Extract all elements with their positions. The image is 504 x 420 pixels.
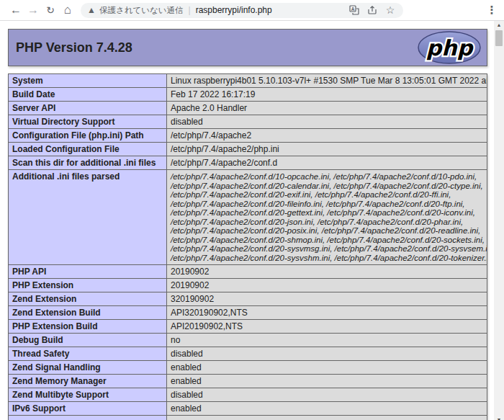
info-table-body: SystemLinux raspberrypi4b01 5.10.103-v7l… — [9, 74, 487, 420]
info-value-cell: API320190902,NTS — [167, 306, 487, 320]
info-label-cell: PHP Extension Build — [9, 320, 167, 334]
info-row: Thread Safetydisabled — [9, 347, 487, 361]
ini-file-line: /etc/php/7.4/apache2/conf.d/20-shmop.ini… — [171, 236, 483, 245]
info-row: SystemLinux raspberrypi4b01 5.10.103-v7l… — [9, 74, 487, 88]
info-value-cell — [167, 416, 487, 420]
bookmark-star-icon[interactable]: ☆ — [384, 4, 396, 16]
info-label-cell: Additional .ini files parsed — [9, 170, 167, 265]
info-row: Debug Buildno — [9, 334, 487, 347]
info-value-cell: Linux raspberrypi4b01 5.10.103-v7l+ #153… — [167, 74, 487, 88]
info-row: Zend Signal Handlingenabled — [9, 361, 487, 375]
info-value-cell: 20190902 — [167, 279, 487, 292]
browser-toolbar: ← → ↻ ⌂ ▲ 保護されていない通信 | raspberrypi/info.… — [0, 0, 504, 21]
info-label-cell: PHP Extension — [9, 279, 167, 292]
url-text[interactable]: raspberrypi/info.php — [196, 5, 272, 15]
ini-file-line: /etc/php/7.4/apache2/conf.d/20-posix.ini… — [171, 226, 483, 236]
ini-file-line: /etc/php/7.4/apache2/conf.d/20-json.ini,… — [171, 218, 483, 227]
security-label[interactable]: 保護されていない通信 — [99, 5, 184, 16]
info-value-cell: /etc/php/7.4/apache2/conf.d — [167, 156, 487, 170]
phpinfo-page: PHP Version 7.4.28 php SystemLinux raspb… — [0, 21, 494, 420]
home-icon[interactable]: ⌂ — [59, 1, 76, 19]
info-value-cell: API20190902,NTS — [167, 320, 487, 334]
info-row: Loaded Configuration File/etc/php/7.4/ap… — [9, 143, 487, 156]
info-value-cell: /etc/php/7.4/apache2 — [167, 129, 487, 143]
ini-file-line: /etc/php/7.4/apache2/conf.d/20-calendar.… — [171, 182, 483, 191]
ini-file-line: /etc/php/7.4/apache2/conf.d/20-exif.ini,… — [171, 190, 483, 200]
info-label-cell: Thread Safety — [9, 347, 167, 361]
info-row-partial — [9, 416, 487, 420]
info-value-cell: Apache 2.0 Handler — [167, 102, 487, 115]
info-value-cell: no — [167, 334, 487, 347]
php-info-table: SystemLinux raspberrypi4b01 5.10.103-v7l… — [8, 73, 487, 420]
vertical-scrollbar[interactable]: ▲ ▼ — [494, 21, 504, 420]
info-row: PHP Extension BuildAPI20190902,NTS — [9, 320, 487, 334]
ini-file-line: /etc/php/7.4/apache2/conf.d/10-opcache.i… — [171, 172, 483, 182]
scrollbar-thumb[interactable] — [495, 30, 503, 46]
info-label-cell — [9, 416, 167, 420]
translate-icon[interactable]: A — [348, 4, 360, 16]
info-label-cell: System — [9, 74, 167, 88]
info-row: Scan this dir for additional .ini files/… — [9, 156, 487, 170]
forward-icon[interactable]: → — [24, 1, 42, 19]
back-icon[interactable]: ← — [7, 1, 24, 19]
info-value-cell: 20190902 — [167, 265, 487, 279]
info-row: PHP API20190902 — [9, 265, 487, 279]
info-value-cell: enabled — [167, 361, 487, 375]
info-value-cell: Feb 17 2022 16:17:19 — [167, 88, 487, 102]
address-bar[interactable]: ▲ 保護されていない通信 | raspberrypi/info.php A ☆ — [81, 3, 403, 18]
php-logo: php — [417, 31, 482, 64]
browser-menu-icon[interactable]: ⋮ — [485, 4, 498, 17]
info-value-cell: disabled — [167, 115, 487, 129]
info-label-cell: Configuration File (php.ini) Path — [9, 129, 167, 143]
info-row: Zend Memory Managerenabled — [9, 375, 487, 388]
info-row: Zend Extension BuildAPI320190902,NTS — [9, 306, 487, 320]
scroll-up-icon[interactable]: ▲ — [497, 21, 502, 29]
info-label-cell: PHP API — [9, 265, 167, 279]
info-value-cell: enabled — [167, 375, 487, 388]
info-row: Virtual Directory Supportdisabled — [9, 115, 487, 129]
info-row: Zend Multibyte Supportdisabled — [9, 388, 487, 402]
scroll-down-icon[interactable]: ▼ — [494, 416, 504, 420]
not-secure-warning-icon[interactable]: ▲ — [87, 6, 96, 14]
info-label-cell: Zend Memory Manager — [9, 375, 167, 388]
info-label-cell: Scan this dir for additional .ini files — [9, 156, 167, 170]
info-label-cell: Zend Multibyte Support — [9, 388, 167, 402]
info-label-cell: Zend Extension Build — [9, 306, 167, 320]
info-value-cell: disabled — [167, 347, 487, 361]
ini-file-line: /etc/php/7.4/apache2/conf.d/20-sysvshm.i… — [171, 254, 483, 263]
info-row: IPv6 Supportenabled — [9, 402, 487, 416]
ini-file-line: /etc/php/7.4/apache2/conf.d/20-sysvmsg.i… — [171, 244, 483, 254]
info-label-cell: Virtual Directory Support — [9, 115, 167, 129]
info-label-cell: Server API — [9, 102, 167, 115]
page-viewport: PHP Version 7.4.28 php SystemLinux raspb… — [0, 21, 504, 420]
php-logo-text: php — [426, 35, 474, 61]
address-separator: | — [189, 5, 191, 15]
info-label-cell: Zend Signal Handling — [9, 361, 167, 375]
page-title: PHP Version 7.4.28 — [16, 40, 132, 55]
reload-icon[interactable]: ↻ — [42, 1, 59, 19]
svg-text:A: A — [351, 6, 355, 12]
info-value-cell: /etc/php/7.4/apache2/php.ini — [167, 143, 487, 156]
info-row: Server APIApache 2.0 Handler — [9, 102, 487, 115]
info-value-cell: enabled — [167, 402, 487, 416]
info-row: Zend Extension320190902 — [9, 292, 487, 306]
info-value-cell: /etc/php/7.4/apache2/conf.d/10-opcache.i… — [167, 170, 487, 265]
info-row: Additional .ini files parsed/etc/php/7.4… — [9, 170, 487, 265]
info-label-cell: Debug Build — [9, 334, 167, 347]
ini-file-line: /etc/php/7.4/apache2/conf.d/20-gettext.i… — [171, 208, 483, 218]
info-row: Build DateFeb 17 2022 16:17:19 — [9, 88, 487, 102]
info-row: PHP Extension20190902 — [9, 279, 487, 292]
info-value-cell: 320190902 — [167, 292, 487, 306]
info-value-cell: disabled — [167, 388, 487, 402]
info-label-cell: Zend Extension — [9, 292, 167, 306]
info-row: Configuration File (php.ini) Path/etc/ph… — [9, 129, 487, 143]
info-label-cell: Loaded Configuration File — [9, 143, 167, 156]
php-version-header: PHP Version 7.4.28 php — [8, 29, 487, 66]
info-label-cell: IPv6 Support — [9, 402, 167, 416]
ini-file-line: /etc/php/7.4/apache2/conf.d/20-fileinfo.… — [171, 200, 483, 209]
info-label-cell: Build Date — [9, 88, 167, 102]
share-icon[interactable] — [366, 4, 378, 16]
